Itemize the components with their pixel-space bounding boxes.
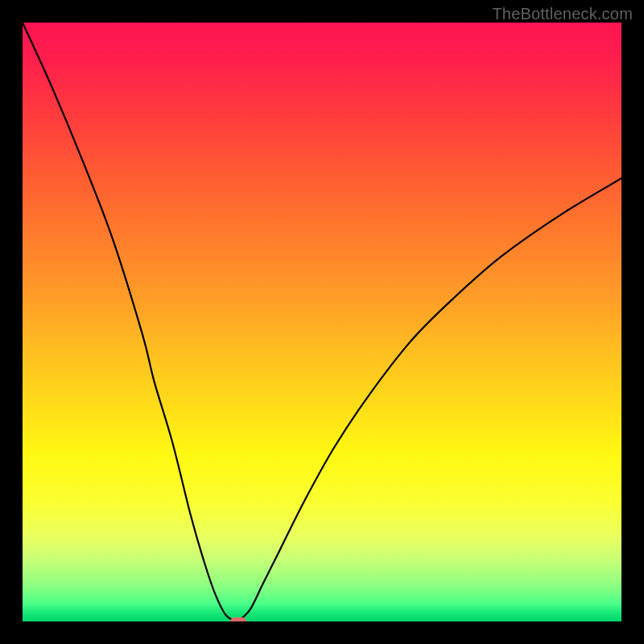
bottleneck-curve [23,23,621,621]
optimum-marker [230,617,246,621]
chart-frame: TheBottleneck.com [0,0,644,644]
plot-area [23,23,621,621]
watermark-text: TheBottleneck.com [492,5,633,23]
